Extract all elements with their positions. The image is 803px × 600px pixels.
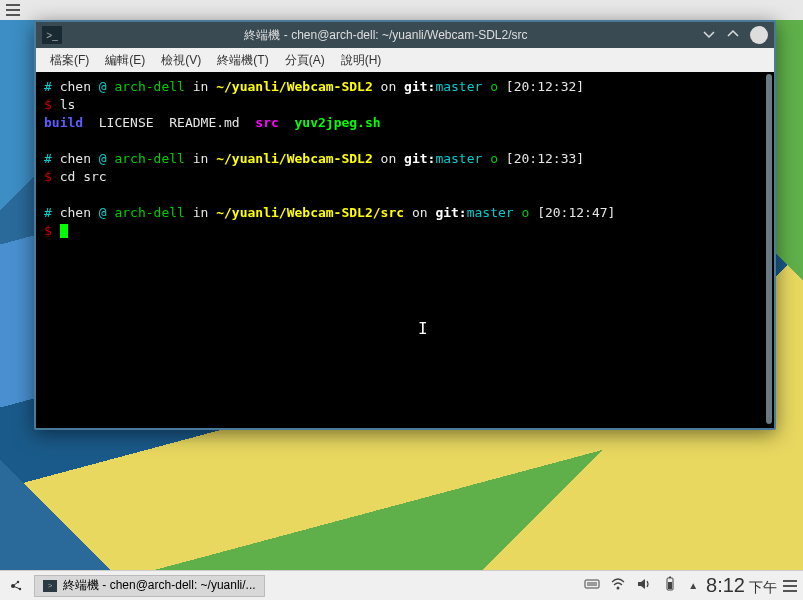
prompt-git: git: (404, 79, 435, 94)
tray-expand-icon[interactable]: ▲ (688, 580, 698, 591)
prompt-dollar: $ (44, 169, 52, 184)
prompt-git: git: (435, 205, 466, 220)
panel-menu-icon[interactable] (783, 580, 797, 592)
ls-file: LICENSE (99, 115, 154, 130)
prompt-status: o (490, 79, 498, 94)
svg-line-3 (13, 582, 18, 586)
menu-terminal[interactable]: 終端機(T) (211, 50, 274, 71)
prompt-user: chen (60, 79, 91, 94)
clock-time: 8:12 (706, 574, 745, 597)
prompt-branch: master (435, 79, 482, 94)
top-panel (0, 0, 803, 20)
prompt-branch: master (435, 151, 482, 166)
window-titlebar[interactable]: >_ 終端機 - chen@arch-dell: ~/yuanli/Webcam… (36, 22, 774, 48)
ls-executable: yuv2jpeg.sh (295, 115, 381, 130)
battery-icon[interactable] (662, 576, 678, 595)
terminal-window: >_ 終端機 - chen@arch-dell: ~/yuanli/Webcam… (34, 20, 776, 430)
wifi-icon[interactable] (610, 576, 626, 595)
prompt-path: ~/yuanli/Webcam-SDL2 (216, 151, 373, 166)
ls-file: README.md (169, 115, 239, 130)
prompt-on: on (381, 79, 397, 94)
menu-bar: 檔案(F) 編輯(E) 檢視(V) 終端機(T) 分頁(A) 說明(H) (36, 48, 774, 72)
prompt-path: ~/yuanli/Webcam-SDL2/src (216, 205, 404, 220)
terminal-app-icon: > (43, 580, 57, 592)
svg-rect-11 (668, 582, 672, 589)
taskbar-item-label: 終端機 - chen@arch-dell: ~/yuanli/... (63, 577, 256, 594)
keyboard-icon[interactable] (584, 576, 600, 595)
taskbar: > 終端機 - chen@arch-dell: ~/yuanli/... ▲ 8… (0, 570, 803, 600)
prompt-at: @ (99, 151, 107, 166)
prompt-user: chen (60, 151, 91, 166)
svg-rect-10 (669, 577, 671, 579)
menu-help[interactable]: 說明(H) (335, 50, 388, 71)
terminal-cursor (60, 224, 68, 238)
menu-edit[interactable]: 編輯(E) (99, 50, 151, 71)
prompt-dollar: $ (44, 97, 52, 112)
prompt-path: ~/yuanli/Webcam-SDL2 (216, 79, 373, 94)
close-button[interactable]: ✕ (750, 26, 768, 44)
ls-dir: build (44, 115, 83, 130)
prompt-on: on (381, 151, 397, 166)
prompt-in: in (193, 79, 209, 94)
taskbar-item-terminal[interactable]: > 終端機 - chen@arch-dell: ~/yuanli/... (34, 575, 265, 597)
prompt-status: o (490, 151, 498, 166)
prompt-host: arch-dell (114, 79, 184, 94)
prompt-in: in (193, 151, 209, 166)
svg-point-8 (617, 587, 620, 590)
scrollbar[interactable] (766, 74, 772, 424)
prompt-hash: # (44, 205, 52, 220)
minimize-button[interactable] (702, 27, 716, 44)
prompt-branch: master (467, 205, 514, 220)
menu-tabs[interactable]: 分頁(A) (279, 50, 331, 71)
prompt-on: on (412, 205, 428, 220)
command-text: ls (60, 97, 76, 112)
prompt-host: arch-dell (114, 205, 184, 220)
prompt-at: @ (99, 79, 107, 94)
menu-file[interactable]: 檔案(F) (44, 50, 95, 71)
prompt-at: @ (99, 205, 107, 220)
prompt-dollar: $ (44, 223, 52, 238)
terminal-app-icon: >_ (42, 26, 62, 44)
prompt-host: arch-dell (114, 151, 184, 166)
command-text: cd src (60, 169, 107, 184)
terminal-output[interactable]: # chen @ arch-dell in ~/yuanli/Webcam-SD… (36, 72, 774, 428)
volume-icon[interactable] (636, 576, 652, 595)
system-tray: ▲ (584, 576, 698, 595)
clock[interactable]: 8:12 下午 (706, 574, 777, 597)
prompt-time: [20:12:33] (506, 151, 584, 166)
window-title: 終端機 - chen@arch-dell: ~/yuanli/Webcam-SD… (70, 27, 702, 44)
text-cursor-icon: I (418, 320, 428, 338)
panel-menu-icon[interactable] (6, 4, 20, 16)
prompt-git: git: (404, 151, 435, 166)
start-button[interactable] (6, 576, 26, 596)
menu-view[interactable]: 檢視(V) (155, 50, 207, 71)
clock-ampm: 下午 (749, 579, 777, 597)
prompt-hash: # (44, 79, 52, 94)
prompt-user: chen (60, 205, 91, 220)
svg-rect-5 (585, 580, 599, 588)
ls-dir: src (255, 115, 278, 130)
maximize-button[interactable] (726, 27, 740, 44)
prompt-time: [20:12:32] (506, 79, 584, 94)
prompt-hash: # (44, 151, 52, 166)
prompt-in: in (193, 205, 209, 220)
prompt-time: [20:12:47] (537, 205, 615, 220)
prompt-status: o (521, 205, 529, 220)
